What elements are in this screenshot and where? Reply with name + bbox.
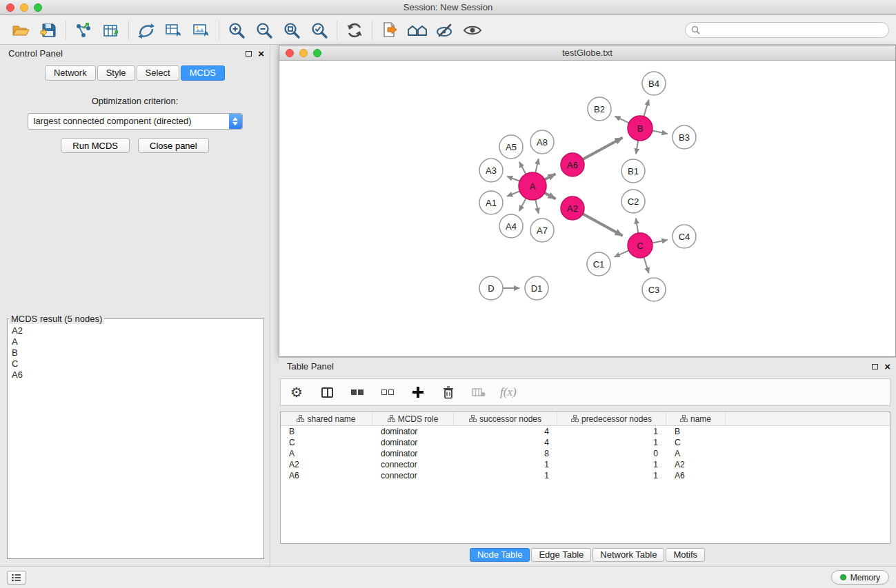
graph-edge-C-C4[interactable] xyxy=(653,240,668,243)
zoom-selected-icon[interactable] xyxy=(306,19,333,42)
settings-gear-icon[interactable]: ⚙ xyxy=(288,383,306,402)
network-window-titlebar[interactable]: testGlobe.txt xyxy=(279,45,895,61)
graph-edge-C-C2[interactable] xyxy=(636,219,638,234)
tab-style[interactable]: Style xyxy=(97,65,135,81)
graph-edge-B-B1[interactable] xyxy=(636,141,638,154)
eye-icon[interactable] xyxy=(459,19,486,42)
graph-edge-B-B2[interactable] xyxy=(615,116,629,123)
graph-node-A2[interactable]: A2 xyxy=(561,196,584,220)
criterion-select[interactable]: largest connected component (directed) xyxy=(28,113,243,130)
graph-edge-B-B3[interactable] xyxy=(653,131,668,134)
mcds-result-item[interactable]: B xyxy=(12,347,259,358)
mcds-result-item[interactable]: C xyxy=(12,358,259,369)
brush-eye-icon[interactable] xyxy=(431,19,459,42)
image-export-icon[interactable] xyxy=(188,19,215,42)
close-table-panel-icon[interactable]: × xyxy=(884,363,890,370)
table-row[interactable]: Bdominator41B xyxy=(281,426,890,437)
graph-node-C2[interactable]: C2 xyxy=(621,190,645,213)
graph-edge-A-A4[interactable] xyxy=(519,199,526,211)
graph-node-A5[interactable]: A5 xyxy=(499,135,523,159)
select-all-icon[interactable] xyxy=(348,383,366,402)
document-arrow-icon[interactable] xyxy=(376,19,404,42)
graph-node-A6[interactable]: A6 xyxy=(561,153,584,176)
graph-node-C[interactable]: C xyxy=(628,233,653,258)
save-icon[interactable] xyxy=(34,19,62,42)
table-row[interactable]: A6connector11A6 xyxy=(281,470,890,481)
tab-node-table[interactable]: Node Table xyxy=(470,548,530,562)
graph-edge-A-A6[interactable] xyxy=(545,174,556,179)
mcds-result-item[interactable]: A6 xyxy=(12,369,259,381)
column-header-MCDS-role[interactable]: MCDS role xyxy=(372,412,454,426)
tab-network-table[interactable]: Network Table xyxy=(593,548,664,562)
import-table-icon[interactable] xyxy=(97,19,125,42)
columns-icon[interactable] xyxy=(318,383,336,402)
graph-edge-A6-B[interactable] xyxy=(583,138,623,159)
search-box[interactable] xyxy=(685,22,889,38)
graph-edge-C-C3[interactable] xyxy=(644,257,648,273)
column-header-successor-nodes[interactable]: successor nodes xyxy=(454,412,557,426)
graph-node-B2[interactable]: B2 xyxy=(588,97,611,121)
mcds-result-item[interactable]: A2 xyxy=(12,325,259,336)
zoom-out-icon[interactable] xyxy=(250,19,278,42)
import-network-icon[interactable] xyxy=(70,19,97,42)
table-row[interactable]: A2connector11A2 xyxy=(281,459,890,470)
memory-button[interactable]: Memory xyxy=(831,570,889,585)
graph-node-A8[interactable]: A8 xyxy=(530,130,554,154)
minimize-window-icon[interactable] xyxy=(20,3,28,12)
zoom-fit-icon[interactable] xyxy=(278,19,306,42)
graph-node-B[interactable]: B xyxy=(628,116,653,141)
close-panel-icon[interactable]: × xyxy=(258,50,264,57)
graph-node-B3[interactable]: B3 xyxy=(673,125,696,149)
graph-edge-A-A5[interactable] xyxy=(519,162,526,174)
graph-edge-A-A1[interactable] xyxy=(507,191,519,196)
network-view-window[interactable]: testGlobe.txt B4B2BB3A5A8A6A3B1AC2A1A2A4… xyxy=(279,45,896,357)
close-network-window-icon[interactable] xyxy=(286,49,294,57)
network-share-icon[interactable] xyxy=(132,19,160,42)
graph-node-A[interactable]: A xyxy=(519,172,546,200)
tab-select[interactable]: Select xyxy=(137,65,179,81)
search-input[interactable] xyxy=(704,26,883,35)
graph-edge-A-A3[interactable] xyxy=(507,176,519,181)
graph-node-D[interactable]: D xyxy=(479,276,503,300)
homes-icon[interactable] xyxy=(404,19,431,42)
open-folder-icon[interactable] xyxy=(7,19,34,42)
table-share-icon[interactable] xyxy=(160,19,188,42)
table-row[interactable]: Cdominator41C xyxy=(281,437,890,448)
column-header-shared-name[interactable]: shared name xyxy=(281,412,372,426)
graph-node-D1[interactable]: D1 xyxy=(525,276,548,300)
close-window-icon[interactable] xyxy=(6,3,14,12)
table-row[interactable]: Adominator80A xyxy=(281,448,890,459)
refresh-icon[interactable] xyxy=(341,19,368,42)
graph-node-C1[interactable]: C1 xyxy=(587,252,610,276)
graph-node-A7[interactable]: A7 xyxy=(530,219,554,242)
graph-node-C4[interactable]: C4 xyxy=(673,225,696,248)
zoom-in-icon[interactable] xyxy=(223,19,250,42)
graph-edge-B-B4[interactable] xyxy=(644,100,648,116)
graph-node-B1[interactable]: B1 xyxy=(621,159,645,183)
tab-network[interactable]: Network xyxy=(45,65,96,81)
mcds-result-item[interactable]: A xyxy=(12,336,259,347)
tab-mcds[interactable]: MCDS xyxy=(181,65,225,81)
task-history-button[interactable] xyxy=(7,571,26,585)
float-table-panel-icon[interactable] xyxy=(872,364,878,369)
deselect-all-icon[interactable] xyxy=(379,383,397,402)
minimize-network-window-icon[interactable] xyxy=(299,49,308,57)
network-canvas[interactable]: B4B2BB3A5A8A6A3B1AC2A1A2A4A7C4CC1C3DD1 xyxy=(279,61,895,356)
graph-node-A4[interactable]: A4 xyxy=(499,214,523,238)
graph-edge-A-A2[interactable] xyxy=(545,193,556,199)
run-mcds-button[interactable]: Run MCDS xyxy=(61,138,130,153)
graph-edge-A2-C[interactable] xyxy=(583,214,623,236)
tab-edge-table[interactable]: Edge Table xyxy=(531,548,591,562)
graph-edge-A-A8[interactable] xyxy=(535,159,538,172)
trash-icon[interactable] xyxy=(439,383,457,402)
column-header-name[interactable]: name xyxy=(666,412,726,426)
graph-node-C3[interactable]: C3 xyxy=(642,278,666,301)
add-icon[interactable] xyxy=(409,383,427,402)
graph-node-A1[interactable]: A1 xyxy=(479,191,503,214)
zoom-window-icon[interactable] xyxy=(34,3,42,12)
graph-edge-A-A7[interactable] xyxy=(535,200,538,214)
tab-motifs[interactable]: Motifs xyxy=(666,548,705,562)
column-header-predecessor-nodes[interactable]: predecessor nodes xyxy=(557,412,666,426)
close-panel-button[interactable]: Close panel xyxy=(138,138,209,153)
graph-edge-C-C1[interactable] xyxy=(615,250,629,256)
